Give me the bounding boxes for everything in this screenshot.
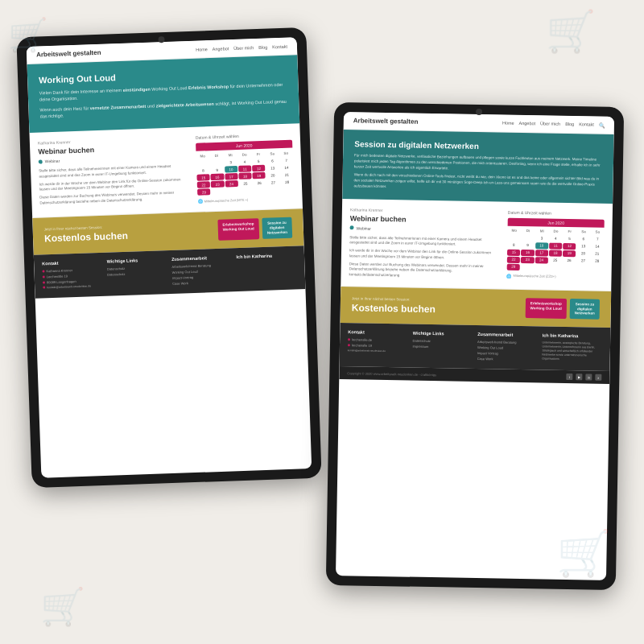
- nav-home-left[interactable]: Home: [196, 47, 208, 52]
- cal-day-10[interactable]: 10: [225, 166, 238, 173]
- cta-buttons-right: Erlebnisworkshop Working Out Loud Sessio…: [525, 298, 600, 320]
- cta-btn2-right[interactable]: Session zu digitalen Netzwerken: [570, 299, 600, 320]
- twitter-icon[interactable]: t: [566, 374, 572, 380]
- footer-dot: [42, 270, 44, 272]
- cal-day-9[interactable]: 9: [210, 167, 224, 174]
- cal-day-23[interactable]: 23: [211, 181, 225, 188]
- cta-btn1-right[interactable]: Erlebnisworkshop Working Out Loud: [525, 298, 567, 319]
- cal-day-11[interactable]: 11: [238, 165, 252, 172]
- cal-day-12[interactable]: 12: [252, 165, 266, 172]
- logo-left: Arbeitswelt gestalten: [36, 49, 101, 59]
- calendar-month-right: Jun 2020: [508, 217, 605, 227]
- cal-hdr-mo: Mo: [196, 152, 209, 159]
- cta-sub-right: Jetzt in Ihrer nächst besten Session:: [352, 296, 436, 302]
- cal-day-7[interactable]: 7: [279, 157, 293, 164]
- cal-day-14[interactable]: 14: [280, 164, 294, 171]
- logo-right: Arbeitswelt gestalten: [353, 117, 419, 125]
- calendar-grid-left: Mo Di Mi Do Fr Sa So - - 3 4 5 6: [196, 150, 294, 196]
- nav-search-icon[interactable]: 🔍: [599, 122, 605, 128]
- social-icons: t ▶ in x: [566, 374, 601, 381]
- webinar-type-label: Webinar: [45, 159, 60, 164]
- deco-bottom-left: 🛒: [40, 585, 85, 628]
- webinar-desc-right: Stelle bitte sicher, dass alle Teilnehme…: [349, 235, 501, 281]
- copyright-text: Copyright © 2020 www.arbeitswelt-neudenk…: [347, 371, 436, 377]
- webinar-type-label-right: Webinar: [356, 225, 371, 230]
- cal-day-27[interactable]: 27: [266, 179, 280, 186]
- webinar-right-col: Katharina Krenner Webinar buchen Webinar…: [349, 207, 502, 281]
- footer-col1-right: Kontakt lerchenalle.de lerchenalle 19 ko…: [348, 330, 408, 361]
- tablet-screen-right: Arbeitswelt gestalten Home Angebot Über …: [336, 112, 614, 580]
- webinar-left-col: Katharina Krenner Webinar buchen Webinar…: [38, 135, 192, 209]
- cal-day-16[interactable]: 16: [211, 174, 225, 181]
- cal-day-28[interactable]: 28: [280, 179, 294, 186]
- tablet-left: Arbeitswelt gestalten Home Angebot Über …: [16, 27, 321, 488]
- cal-day-6[interactable]: 6: [266, 157, 279, 164]
- nav-angebot-right[interactable]: Angebot: [519, 121, 536, 126]
- footer-col4-text: Unternehmerin, strategische Beratung, Un…: [542, 341, 602, 362]
- nav-links-left: Home Angebot Über mich Blog Kontakt: [196, 43, 287, 52]
- cta-btn1-left[interactable]: Erlebnisworkshop Working Out Loud: [217, 218, 259, 240]
- webinar-person-right: Katharina Krenner: [350, 207, 502, 214]
- cta-text-right: Jetzt in Ihrer nächst besten Session: Ko…: [352, 296, 436, 315]
- calendar-left: Datum & Uhrzeit wählen Jun 2020 Mo Di Mi…: [196, 132, 295, 204]
- cal-day-20[interactable]: 20: [266, 171, 280, 179]
- calendar-grid-right: Mo Di Mi Do Fr Sa So - - 3 4 5 6 7: [507, 227, 605, 271]
- footer-col2-right: Wichtige Links Datenschutz Impressum: [412, 331, 473, 362]
- calendar-wrapper-right: Jun 2020 Mo Di Mi Do Fr Sa So - - 3 4 5: [506, 217, 604, 279]
- cal-day-13[interactable]: 13: [266, 164, 279, 171]
- cal-day-4[interactable]: 4: [238, 158, 252, 165]
- xing-icon[interactable]: x: [595, 374, 601, 381]
- webinar-type-right: Webinar: [349, 225, 501, 233]
- session-hero: Session zu digitalen Netzwerken Für mich…: [342, 130, 613, 203]
- cta-btn2-left[interactable]: Session zu digitalen Netzwerken: [262, 217, 292, 239]
- cal-day-25[interactable]: 25: [239, 180, 253, 187]
- footer-col1-left: Kontakt Katharina Krenner Lerchenälle 19…: [42, 258, 103, 291]
- nav-kontakt-left[interactable]: Kontakt: [272, 43, 287, 49]
- webinar-section-left: Katharina Krenner Webinar buchen Webinar…: [29, 123, 302, 218]
- hero-left: Working Out Loud Vielen Dank für dein In…: [27, 55, 300, 133]
- footer-left: Kontakt Katharina Krenner Lerchenälle 19…: [34, 246, 306, 299]
- globe-icon-left: 🌐: [197, 199, 202, 204]
- nav-blog-right[interactable]: Blog: [565, 122, 574, 127]
- deco-top-right: 🛒: [546, 8, 596, 55]
- linkedin-icon[interactable]: in: [585, 374, 592, 381]
- cal-day-22[interactable]: 22: [197, 181, 211, 188]
- cal-day-19[interactable]: 19: [253, 172, 266, 180]
- cal-day-3[interactable]: 3: [224, 159, 237, 166]
- webinar-section-right: Katharina Krenner Webinar buchen Webinar…: [341, 199, 613, 291]
- cal-day-17[interactable]: 17: [225, 173, 238, 180]
- session-text2: Wenn du dich nach mit den verschiedenen …: [353, 173, 601, 194]
- tablet-screen-left: Arbeitswelt gestalten Home Angebot Über …: [27, 37, 312, 477]
- globe-icon-right: 🌐: [506, 273, 511, 278]
- footer-col2-left: Wichtige Links Datenschutz Datenschutz: [106, 257, 167, 290]
- calendar-wrapper-left: Jun 2020 Mo Di Mi Do Fr Sa So - - 3 4: [196, 140, 295, 204]
- cta-buttons-left: Erlebnisworkshop Working Out Loud Sessio…: [217, 217, 292, 241]
- cal-hdr-sa: Sa: [266, 150, 279, 157]
- cal-day-8[interactable]: 8: [196, 167, 210, 174]
- cta-text-left: Jetzt in Ihrer nächst besten Session: Ko…: [44, 225, 129, 245]
- nav-blog-left[interactable]: Blog: [258, 44, 267, 49]
- youtube-icon[interactable]: ▶: [576, 374, 582, 380]
- cal-day-5[interactable]: 5: [252, 158, 266, 165]
- cal-day-18[interactable]: 18: [238, 172, 252, 180]
- tablet-right: Arbeitswelt gestalten Home Angebot Über …: [326, 102, 624, 590]
- calendar-label-right: Datum & Uhrzeit wählen: [508, 209, 605, 216]
- cal-day-26[interactable]: 26: [253, 180, 266, 187]
- timezone-right: 🌐 Mitteleuropäische Zeit (ZZD+): [506, 273, 603, 279]
- footer-col4-right: Ich bin Katharina Unternehmerin, strateg…: [542, 333, 602, 365]
- cal-day-29[interactable]: 29: [197, 188, 211, 196]
- webinar-type-left: Webinar: [39, 154, 190, 164]
- nav-home-right[interactable]: Home: [502, 121, 514, 126]
- nav-links-right: Home Angebot Über mich Blog Kontakt 🔍: [502, 121, 605, 128]
- session-text1: Für mich bedeuten digitale Netzwerke, ve…: [354, 153, 602, 174]
- cal-day-24[interactable]: 24: [225, 180, 238, 188]
- webinar-title-right: Webinar buchen: [350, 214, 502, 225]
- nav-uber-right[interactable]: Über mich: [540, 121, 560, 126]
- nav-uber-left[interactable]: Über mich: [233, 45, 254, 51]
- webinar-type-dot: [39, 159, 43, 163]
- cal-day-21[interactable]: 21: [280, 171, 294, 179]
- calendar-label-left: Datum & Uhrzeit wählen: [196, 132, 292, 140]
- nav-angebot-left[interactable]: Angebot: [213, 46, 229, 52]
- cal-day-15[interactable]: 15: [196, 174, 210, 181]
- nav-kontakt-right[interactable]: Kontakt: [579, 122, 594, 127]
